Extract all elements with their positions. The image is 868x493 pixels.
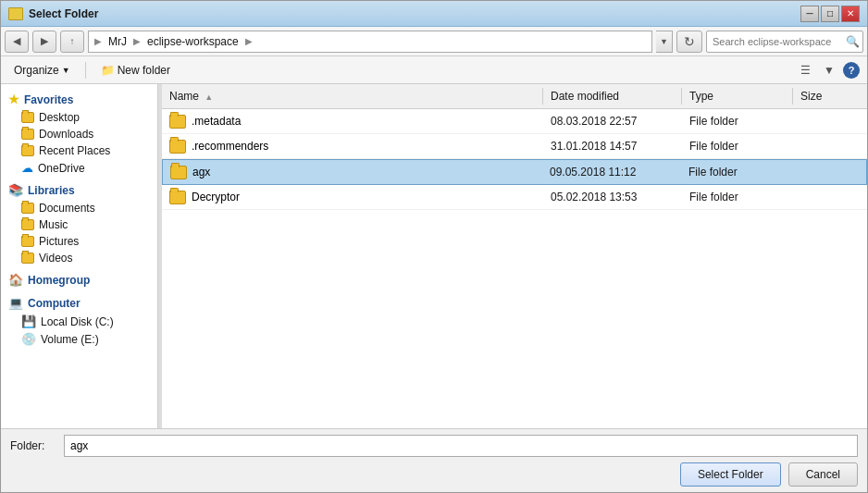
disk-icon: 💿	[21, 332, 36, 346]
sidebar-item-desktop[interactable]: Desktop	[1, 109, 157, 126]
title-bar-controls: ─ □ ✕	[800, 6, 860, 22]
new-folder-button[interactable]: 📁 New folder	[95, 61, 176, 80]
sidebar: ★ Favorites Desktop Downloads Recent Pla…	[1, 84, 158, 428]
col-header-type[interactable]: Type	[682, 88, 793, 105]
title-bar-left: Select Folder	[8, 7, 98, 20]
close-button[interactable]: ✕	[841, 6, 860, 22]
sidebar-item-recent-places[interactable]: Recent Places	[1, 142, 157, 159]
help-button[interactable]: ?	[843, 62, 860, 79]
forward-button[interactable]: ▶	[32, 31, 56, 53]
sidebar-item-music[interactable]: Music	[1, 216, 157, 233]
sidebar-item-label: Local Disk (C:)	[41, 315, 114, 328]
organize-button[interactable]: Organize ▼	[8, 61, 76, 80]
path-segment-mrj[interactable]: MrJ	[105, 34, 130, 49]
table-row[interactable]: .metadata08.03.2018 22:57File folder	[162, 109, 867, 134]
folder-icon	[170, 166, 187, 179]
sort-arrow-icon: ▲	[205, 92, 213, 102]
view-dropdown-button[interactable]: ▼	[819, 60, 839, 80]
toolbar-right: ☰ ▼ ?	[795, 60, 860, 80]
file-date: 08.03.2018 22:57	[543, 111, 682, 131]
file-type: File folder	[682, 111, 793, 131]
table-row[interactable]: agx09.05.2018 11:12File folder	[162, 159, 867, 185]
back-button[interactable]: ◀	[5, 31, 29, 53]
address-bar: ◀ ▶ ↑ ▶ MrJ ▶ eclipse-workspace ▶ ▼ ↻ 🔍	[1, 27, 867, 56]
folder-input[interactable]	[64, 435, 858, 457]
file-list: Name ▲ Date modified Type Size .metadata…	[162, 84, 867, 428]
folder-icon	[21, 253, 34, 264]
computer-label: Computer	[28, 297, 81, 310]
organize-label: Organize	[14, 64, 59, 77]
up-button[interactable]: ↑	[60, 31, 84, 53]
address-dropdown-button[interactable]: ▼	[656, 31, 673, 53]
sidebar-item-videos[interactable]: Videos	[1, 250, 157, 266]
file-type: File folder	[682, 187, 793, 207]
sidebar-item-local-disk[interactable]: 💾 Local Disk (C:)	[1, 313, 157, 330]
address-path: ▶ MrJ ▶ eclipse-workspace ▶	[88, 31, 652, 53]
sidebar-item-label: Volume (E:)	[41, 333, 99, 346]
folder-row: Folder:	[10, 435, 858, 457]
view-options-button[interactable]: ☰	[795, 60, 815, 80]
file-size	[793, 111, 867, 131]
sidebar-item-label: Pictures	[39, 235, 79, 248]
favorites-label: Favorites	[24, 93, 73, 106]
sidebar-item-documents[interactable]: Documents	[1, 200, 157, 216]
minimize-button[interactable]: ─	[800, 6, 819, 22]
path-arrow-mid: ▶	[133, 36, 141, 46]
file-name: .metadata	[192, 115, 241, 128]
sidebar-section-computer: 💻 Computer 💾 Local Disk (C:) 💿 Volume (E…	[1, 293, 157, 348]
col-header-date[interactable]: Date modified	[543, 88, 682, 105]
col-header-name[interactable]: Name ▲	[162, 88, 543, 105]
folder-icon	[21, 219, 34, 230]
homegroup-label: Homegroup	[28, 274, 90, 287]
sidebar-item-downloads[interactable]: Downloads	[1, 126, 157, 142]
file-list-header: Name ▲ Date modified Type Size	[162, 84, 867, 109]
library-icon: 📚	[8, 183, 23, 197]
sidebar-item-label: Documents	[39, 202, 95, 215]
select-folder-dialog: Select Folder ─ □ ✕ ◀ ▶ ↑ ▶ MrJ ▶ eclips…	[0, 0, 868, 493]
folder-icon	[21, 112, 34, 123]
sidebar-item-label: Music	[39, 218, 68, 231]
disk-icon: 💾	[21, 314, 36, 328]
sidebar-item-label: OneDrive	[38, 162, 85, 175]
sidebar-header-computer[interactable]: 💻 Computer	[1, 293, 157, 313]
home-icon: 🏠	[8, 273, 23, 287]
toolbar: Organize ▼ 📁 New folder ☰ ▼ ?	[1, 56, 867, 84]
sidebar-section-favorites: ★ Favorites Desktop Downloads Recent Pla…	[1, 90, 157, 177]
sidebar-item-volume-e[interactable]: 💿 Volume (E:)	[1, 330, 157, 348]
sidebar-item-label: Downloads	[39, 128, 93, 141]
table-row[interactable]: Decryptor05.02.2018 13:53File folder	[162, 185, 867, 210]
sidebar-section-homegroup: 🏠 Homegroup	[1, 270, 157, 290]
folder-icon	[21, 145, 34, 156]
sidebar-header-favorites[interactable]: ★ Favorites	[1, 90, 157, 109]
folder-icon	[21, 203, 34, 214]
sidebar-item-onedrive[interactable]: ☁ OneDrive	[1, 159, 157, 177]
file-size	[792, 162, 866, 182]
sidebar-section-libraries: 📚 Libraries Documents Music Pictures	[1, 180, 157, 266]
select-folder-button[interactable]: Select Folder	[680, 462, 781, 487]
sidebar-item-label: Desktop	[39, 111, 80, 124]
sidebar-header-homegroup[interactable]: 🏠 Homegroup	[1, 270, 157, 290]
sidebar-header-libraries[interactable]: 📚 Libraries	[1, 180, 157, 200]
refresh-button[interactable]: ↻	[676, 31, 702, 53]
col-header-size[interactable]: Size	[793, 88, 867, 105]
toolbar-divider	[85, 62, 86, 79]
file-size	[793, 187, 867, 207]
buttons-row: Select Folder Cancel	[10, 462, 858, 487]
file-name: agx	[192, 166, 210, 179]
sidebar-item-pictures[interactable]: Pictures	[1, 233, 157, 250]
path-segment-workspace[interactable]: eclipse-workspace	[144, 34, 242, 49]
folder-icon	[169, 115, 186, 129]
computer-icon: 💻	[8, 296, 23, 310]
maximize-button[interactable]: □	[821, 6, 839, 22]
search-input[interactable]	[706, 31, 863, 53]
cancel-button[interactable]: Cancel	[788, 462, 858, 487]
libraries-label: Libraries	[28, 184, 75, 197]
title-bar: Select Folder ─ □ ✕	[1, 1, 867, 27]
file-size	[793, 136, 867, 156]
file-name: Decryptor	[192, 191, 240, 203]
dialog-title: Select Folder	[29, 7, 98, 20]
table-row[interactable]: .recommenders31.01.2018 14:57File folder	[162, 134, 867, 159]
new-folder-label: New folder	[118, 64, 170, 77]
toolbar-left: Organize ▼ 📁 New folder	[8, 61, 176, 80]
file-name: .recommenders	[192, 140, 268, 153]
